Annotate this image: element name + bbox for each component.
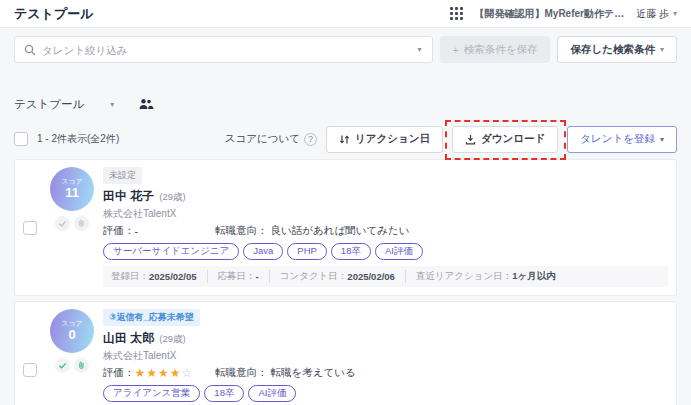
tag[interactable]: 18卒 bbox=[331, 243, 371, 260]
date-label: 応募日： bbox=[218, 270, 256, 283]
talent-name[interactable]: 山田 太郎 bbox=[103, 330, 154, 347]
user-menu[interactable]: 近藤 歩 ▾ bbox=[636, 7, 677, 21]
talent-filter-box[interactable]: ▾ bbox=[14, 36, 433, 63]
tag[interactable]: サーバーサイドエンジニア bbox=[103, 243, 239, 260]
score-about: スコアについて ? bbox=[225, 132, 317, 146]
workspace-name[interactable]: 【開発確認用】MyRefer動作テ… bbox=[475, 7, 625, 21]
rating-label: 評価： bbox=[103, 366, 135, 380]
app-header: テストプール 【開発確認用】MyRefer動作テ… 近藤 歩 ▾ bbox=[0, 0, 691, 28]
sort-reaction-date-button[interactable]: リアクション日 bbox=[326, 126, 443, 153]
tag[interactable]: AI評価 bbox=[248, 385, 296, 402]
date-value: 2025/02/05 bbox=[149, 271, 197, 282]
talent-checkbox[interactable] bbox=[23, 363, 37, 377]
register-talent-label: タレントを登録 bbox=[580, 132, 655, 146]
user-name: 近藤 歩 bbox=[636, 7, 669, 21]
talent-company: 株式会社TalentX bbox=[103, 207, 668, 221]
status-badge: ③返信有_応募未希望 bbox=[103, 309, 200, 326]
chevron-down-icon[interactable]: ▾ bbox=[418, 45, 422, 54]
talent-checkbox[interactable] bbox=[23, 221, 37, 235]
talent-card[interactable]: スコア 0 ③返信有_応募未希望 山田 太郎 bbox=[14, 301, 677, 405]
talent-list: スコア 11 未設定 田中 花子 bbox=[14, 159, 677, 405]
chevron-down-icon: ▾ bbox=[660, 45, 664, 54]
rating-stars-empty: ☆ bbox=[182, 366, 193, 380]
pool-selector[interactable]: テストプール ▾ bbox=[14, 97, 114, 112]
score-avatar: スコア 11 bbox=[50, 167, 94, 211]
score-avatar: スコア 0 bbox=[50, 309, 94, 353]
date-value: 1ヶ月以内 bbox=[512, 270, 556, 283]
select-all-checkbox[interactable] bbox=[14, 132, 28, 146]
talent-filter-input[interactable] bbox=[42, 44, 423, 56]
download-button[interactable]: ダウンロード bbox=[452, 126, 558, 153]
download-icon bbox=[465, 134, 476, 145]
apps-grid-icon[interactable] bbox=[450, 7, 463, 20]
intent-label: 転職意向： bbox=[215, 224, 268, 236]
talent-age: (29歳) bbox=[159, 191, 185, 204]
date-label: 直近リアクション日： bbox=[416, 270, 512, 283]
result-count: 1 - 2件表示(全2件) bbox=[37, 132, 119, 146]
page-title: テストプール bbox=[14, 5, 94, 23]
talent-age: (29歳) bbox=[159, 333, 185, 346]
tag[interactable]: AI評価 bbox=[375, 243, 423, 260]
score-value: 11 bbox=[65, 186, 79, 200]
register-talent-button[interactable]: タレントを登録 ▾ bbox=[567, 126, 677, 153]
plus-icon: + bbox=[453, 44, 459, 56]
download-label: ダウンロード bbox=[481, 132, 545, 146]
sort-reaction-date-label: リアクション日 bbox=[355, 132, 430, 146]
score-value: 0 bbox=[68, 328, 75, 342]
rating-label: 評価： bbox=[103, 224, 135, 238]
chevron-down-icon: ▾ bbox=[673, 9, 677, 18]
talent-card[interactable]: スコア 11 未設定 田中 花子 bbox=[14, 159, 677, 296]
score-about-label: スコアについて bbox=[225, 132, 300, 146]
check-circle-icon[interactable] bbox=[55, 358, 70, 373]
chevron-down-icon: ▾ bbox=[660, 135, 664, 144]
date-label: 登録日： bbox=[111, 270, 149, 283]
talent-company: 株式会社TalentX bbox=[103, 349, 668, 363]
talent-name[interactable]: 田中 花子 bbox=[103, 188, 154, 205]
tag[interactable]: アライアンス営業 bbox=[103, 385, 200, 402]
chevron-down-icon: ▾ bbox=[110, 100, 114, 109]
paperclip-icon[interactable] bbox=[74, 358, 89, 373]
tag[interactable]: 18卒 bbox=[204, 385, 244, 402]
page: テストプール 【開発確認用】MyRefer動作テ… 近藤 歩 ▾ ▾ + bbox=[0, 0, 691, 405]
help-icon[interactable]: ? bbox=[304, 133, 317, 146]
saved-search-conditions-label: 保存した検索条件 bbox=[570, 43, 655, 57]
search-row: ▾ + 検索条件を保存 保存した検索条件 ▾ bbox=[14, 36, 677, 63]
status-badge: 未設定 bbox=[103, 167, 142, 184]
pool-row: テストプール ▾ bbox=[14, 94, 677, 114]
check-circle-icon[interactable] bbox=[55, 216, 70, 231]
tag[interactable]: Java bbox=[243, 243, 283, 260]
tags-row: アライアンス営業 18卒 AI評価 bbox=[103, 385, 668, 402]
tags-row: サーバーサイドエンジニア Java PHP 18卒 AI評価 bbox=[103, 243, 668, 260]
tag[interactable]: PHP bbox=[287, 243, 327, 260]
people-group-icon[interactable] bbox=[138, 98, 154, 110]
date-value: 2025/02/06 bbox=[347, 271, 395, 282]
save-search-conditions-button[interactable]: + 検索条件を保存 bbox=[440, 36, 551, 63]
list-toolbar: 1 - 2件表示(全2件) スコアについて ? リアクション日 bbox=[14, 125, 677, 153]
card-dates-footer: 登録日：2025/02/05 応募日：- コンタクト日：2025/02/06 直… bbox=[103, 266, 668, 287]
paperclip-icon[interactable] bbox=[74, 216, 89, 231]
rating-text: - bbox=[135, 225, 139, 237]
pool-selector-label: テストプール bbox=[14, 97, 84, 112]
sort-icon bbox=[339, 134, 350, 145]
search-icon bbox=[24, 44, 36, 56]
intent-value: 良い話があれば聞いてみたい bbox=[270, 224, 409, 236]
save-search-conditions-label: 検索条件を保存 bbox=[464, 43, 538, 57]
date-value: - bbox=[256, 271, 259, 282]
date-label: コンタクト日： bbox=[280, 270, 348, 283]
intent-value: 転職を考えている bbox=[270, 366, 355, 378]
rating-stars-filled: ★★★★ bbox=[135, 366, 182, 380]
intent-label: 転職意向： bbox=[215, 366, 268, 378]
saved-search-conditions-button[interactable]: 保存した検索条件 ▾ bbox=[557, 36, 677, 63]
